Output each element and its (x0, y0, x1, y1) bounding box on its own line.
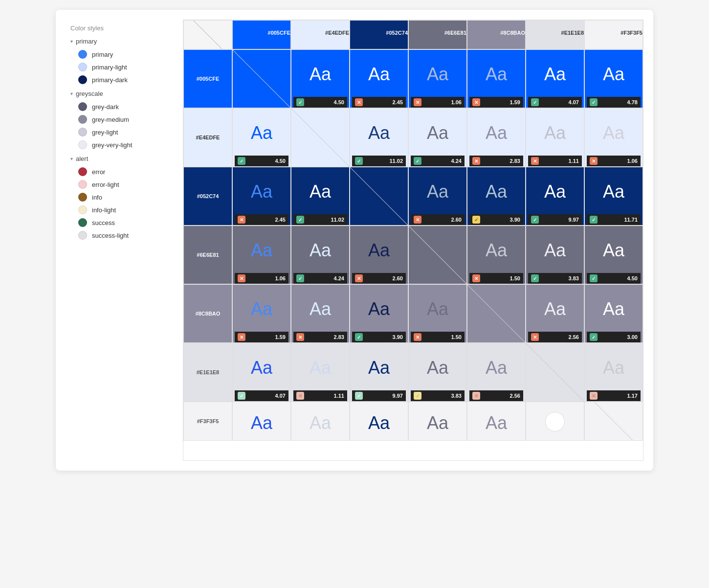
color-label-error: error (92, 168, 105, 176)
score-value: 1.06 (451, 99, 462, 105)
sidebar-item-info-light[interactable]: info-light (70, 204, 168, 216)
cell-E4EDFE-005CFE: Aa ✓ 4.50 (232, 108, 291, 167)
score-icon-fail-light: ✕ (590, 392, 598, 400)
sidebar-item-primary-light[interactable]: primary-light (70, 61, 168, 73)
sidebar-item-grey-very-light[interactable]: grey-very-light (70, 138, 168, 151)
score-icon-fail: ✕ (355, 274, 363, 282)
score-icon-pass: ✓ (296, 274, 304, 282)
cell-E4EDFE-E1E1E8: Aa ✕ 1.11 (526, 108, 584, 167)
sidebar-item-info[interactable]: info (70, 191, 168, 204)
row-label-text-052C74: #052C74 (197, 193, 219, 199)
cell-052C74-6E6E81: Aa ✕ 2.60 (408, 167, 467, 226)
score-value: 1.06 (275, 275, 286, 281)
score-icon-fail: ✕ (414, 333, 421, 341)
color-swatch-grey-very-light (78, 140, 87, 149)
score-icon-warn-light: ✓ (414, 392, 421, 400)
cell-E4EDFE-F3F3F5: Aa ✕ 1.06 (584, 108, 643, 167)
score-value: 1.11 (569, 158, 579, 164)
score-value: 2.56 (569, 334, 579, 340)
sidebar-item-grey-medium[interactable]: grey-medium (70, 113, 168, 126)
color-label-grey-light: grey-light (92, 129, 118, 136)
score-value: 3.83 (569, 275, 579, 281)
row-label-text-E4EDFE: #E4EDFE (196, 135, 220, 140)
row-label-E1E1E8: #E1E1E8 (183, 343, 232, 402)
sidebar-group-header-greyscale[interactable]: ▾ greyscale (70, 90, 168, 97)
color-label-primary: primary (92, 51, 113, 58)
score-value: 2.56 (510, 393, 520, 399)
group-label-alert: alert (76, 155, 88, 162)
score-value: 1.50 (451, 334, 462, 340)
aa-text: Aa (528, 171, 582, 212)
score-value: 3.00 (627, 334, 638, 340)
sidebar-item-primary-dark[interactable]: primary-dark (70, 73, 168, 86)
score-value: 1.59 (510, 99, 520, 105)
score-icon-fail: ✕ (414, 98, 421, 106)
sidebar-item-grey-light[interactable]: grey-light (70, 126, 168, 138)
col-header-E4EDFE: #E4EDFE (291, 20, 350, 49)
sidebar-item-primary[interactable]: primary (70, 48, 168, 61)
sidebar-item-error-light[interactable]: error-light (70, 178, 168, 191)
color-label-grey-medium: grey-medium (92, 116, 129, 123)
score-icon-pass: ✓ (531, 216, 539, 224)
color-label-primary-dark: primary-dark (92, 76, 128, 84)
color-label-grey-dark: grey-dark (92, 103, 119, 111)
diagonal-8C8BAO (467, 284, 526, 343)
sidebar-item-success[interactable]: success (70, 216, 168, 229)
score-value: 2.60 (393, 275, 403, 281)
cell-052C74-005CFE: Aa ✕ 2.45 (232, 167, 291, 226)
aa-text: Aa (293, 171, 347, 212)
cell-8C8BAO-005CFE: Aa ✕ 1.59 (232, 284, 291, 343)
sidebar-item-success-light[interactable]: success-light (70, 229, 168, 242)
color-swatch-grey-light (78, 128, 87, 136)
main-container: Color styles ▾ primary primary primary-l… (56, 10, 653, 471)
score-value: 1.06 (627, 158, 638, 164)
cell-052C74-E4EDFE: Aa ✓ 11.02 (291, 167, 350, 226)
color-swatch-success-light (78, 231, 87, 240)
cell-005CFE-F3F3F5: Aa ✓ 4.78 (584, 49, 643, 108)
row-label-text-6E6E81: #6E6E81 (197, 252, 219, 258)
row-label-text-8C8BAO: #8C8BAO (196, 311, 221, 317)
cell-F3F3F5-E4EDFE: Aa (291, 402, 350, 441)
color-swatch-grey-dark (78, 102, 87, 111)
color-swatch-error-light (78, 180, 87, 189)
score-icon-fail: ✕ (296, 333, 304, 341)
cell-E4EDFE-052C74: Aa ✓ 11.02 (350, 108, 408, 167)
chevron-icon: ▾ (70, 39, 73, 44)
cell-6E6E81-8C8BAO: Aa ✕ 1.50 (467, 226, 526, 284)
col-header-8C8BAO: #8C8BAO (467, 20, 526, 49)
score-value: 4.24 (334, 275, 344, 281)
aa-text: Aa (352, 289, 406, 330)
cell-005CFE-8C8BAO: Aa ✕ 1.59 (467, 49, 526, 108)
aa-text: Aa (587, 54, 641, 95)
sidebar-item-error[interactable]: error (70, 165, 168, 178)
score-icon-fail: ✕ (238, 333, 245, 341)
aa-text: Aa (587, 230, 641, 271)
row-label-text-005CFE: #005CFE (197, 76, 219, 82)
contrast-matrix: #005CFE #E4EDFE #052C74 #6E6E81 #8C8BAO … (183, 20, 643, 461)
col-header-label-F3F3F5: #F3F3F5 (620, 30, 643, 36)
score-icon-fail: ✕ (238, 274, 245, 282)
cell-F3F3F5-052C74: Aa (350, 402, 408, 441)
sidebar-group-header-alert[interactable]: ▾ alert (70, 155, 168, 162)
aa-text: Aa (235, 406, 288, 440)
score-icon-pass: ✓ (590, 274, 598, 282)
score-icon-pass: ✓ (238, 157, 245, 165)
score-icon-pass: ✓ (414, 157, 421, 165)
score-value: 1.50 (510, 275, 520, 281)
score-value: 3.90 (393, 334, 403, 340)
row-label-E4EDFE: #E4EDFE (183, 108, 232, 167)
sidebar-item-grey-dark[interactable]: grey-dark (70, 100, 168, 113)
cell-005CFE-E4EDFE: Aa ✓ 4.50 (291, 49, 350, 108)
score-value: 11.02 (331, 217, 344, 223)
cell-005CFE-6E6E81: Aa ✕ 1.06 (408, 49, 467, 108)
aa-text: Aa (352, 230, 406, 271)
aa-text: Aa (352, 406, 406, 440)
sidebar-group-header-primary[interactable]: ▾ primary (70, 38, 168, 45)
score-value: 2.83 (334, 334, 344, 340)
cell-8C8BAO-6E6E81: Aa ✕ 1.50 (408, 284, 467, 343)
score-icon-fail: ✕ (355, 98, 363, 106)
score-icon-pass-light: ✓ (238, 392, 245, 400)
aa-text: Aa (235, 113, 288, 154)
color-label-info: info (92, 194, 102, 201)
cell-005CFE-052C74: Aa ✕ 2.45 (350, 49, 408, 108)
